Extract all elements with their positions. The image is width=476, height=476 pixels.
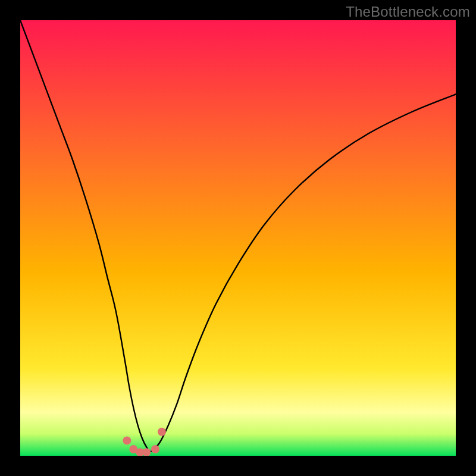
bottleneck-chart	[0, 0, 476, 476]
valley-marker	[123, 436, 131, 444]
gradient-background	[20, 20, 456, 456]
valley-marker	[142, 448, 151, 456]
valley-marker	[151, 445, 159, 453]
chart-frame: TheBottleneck.com	[0, 0, 476, 476]
valley-marker	[158, 428, 166, 436]
